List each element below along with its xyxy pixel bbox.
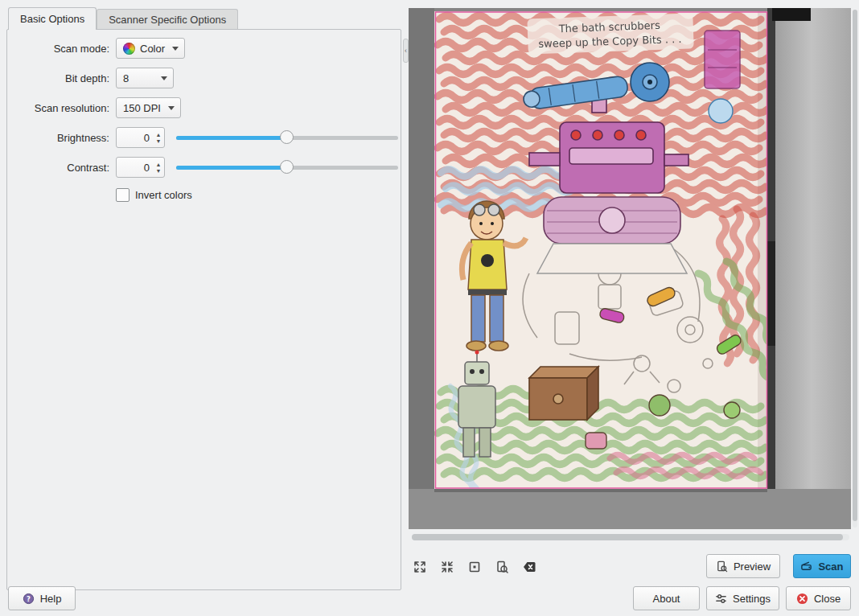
close-icon (796, 593, 808, 605)
chevron-down-icon (168, 106, 175, 110)
zoom-fit-best-icon[interactable] (466, 560, 482, 575)
options-tabbar: Basic Options Scanner Specific Options (8, 8, 238, 30)
preview-vertical-scrollbar[interactable] (853, 10, 857, 528)
brightness-row: Brightness: 0 ▲▼ (7, 127, 401, 148)
scan-mode-combobox[interactable]: Color (116, 38, 185, 59)
bit-depth-combobox[interactable]: 8 (116, 68, 174, 88)
bit-depth-label: Bit depth: (7, 72, 109, 84)
brightness-slider[interactable] (176, 127, 398, 148)
scan-resolution-label: Scan resolution: (7, 102, 109, 114)
invert-colors-label: Invert colors (135, 189, 192, 201)
basic-options-panel: Scan mode: Color Bit depth: 8 Scan resol… (6, 29, 401, 590)
chevron-down-icon (161, 76, 167, 80)
chevron-down-icon (172, 47, 179, 51)
help-icon: ? (23, 593, 35, 605)
scan-resolution-combobox[interactable]: 150 DPI (116, 97, 181, 118)
preview-horizontal-scrollbar[interactable] (412, 534, 849, 540)
scan-mode-value: Color (140, 43, 165, 55)
tab-scanner-specific-options[interactable]: Scanner Specific Options (97, 9, 238, 30)
contrast-row: Contrast: 0 ▲▼ (7, 157, 401, 178)
settings-sliders-icon (715, 593, 727, 605)
contrast-spinbox[interactable]: 0 ▲▼ (116, 157, 165, 178)
scan-mode-row: Scan mode: Color (7, 38, 401, 59)
scan-preview-area[interactable]: The bath scrubbers sweep up the Copy Bit… (409, 8, 851, 529)
brightness-label: Brightness: (7, 132, 109, 144)
svg-text:?: ? (27, 594, 31, 602)
slider-thumb[interactable] (280, 130, 294, 144)
scan-button[interactable]: Scan (793, 554, 851, 578)
document-zoom-icon[interactable] (494, 560, 509, 575)
slider-fill (176, 166, 287, 170)
preview-toolbar (412, 559, 536, 575)
spinbox-arrows[interactable]: ▲▼ (153, 158, 164, 177)
brightness-value: 0 (117, 128, 153, 147)
brightness-spinbox[interactable]: 0 ▲▼ (116, 127, 165, 148)
contrast-value: 0 (117, 158, 153, 177)
settings-button[interactable]: Settings (706, 586, 779, 610)
scanned-image[interactable]: The bath scrubbers sweep up the Copy Bit… (409, 8, 851, 529)
document-preview-icon (716, 561, 728, 573)
close-button[interactable]: Close (786, 586, 851, 610)
zoom-in-selection-icon[interactable] (412, 560, 427, 575)
about-button[interactable]: About (633, 586, 700, 610)
spinbox-arrows[interactable]: ▲▼ (153, 128, 164, 147)
invert-colors-row: Invert colors (116, 187, 401, 203)
clear-selections-icon[interactable] (521, 560, 536, 575)
splitter-handle[interactable]: ‹ (403, 39, 409, 63)
scan-resolution-value: 150 DPI (123, 102, 161, 114)
slider-thumb[interactable] (280, 160, 294, 174)
tab-basic-options[interactable]: Basic Options (8, 7, 97, 30)
zoom-out-selection-icon[interactable] (439, 560, 454, 575)
color-wheel-icon (123, 43, 135, 55)
help-button[interactable]: ? Help (8, 586, 76, 610)
scan-mode-label: Scan mode: (7, 43, 109, 55)
preview-button[interactable]: Preview (706, 554, 780, 578)
contrast-label: Contrast: (7, 162, 109, 174)
scanner-icon (800, 561, 812, 573)
bit-depth-row: Bit depth: 8 (7, 68, 401, 88)
scan-resolution-row: Scan resolution: 150 DPI (7, 97, 401, 118)
bit-depth-value: 8 (123, 72, 129, 84)
slider-fill (176, 136, 287, 140)
contrast-slider[interactable] (176, 157, 398, 178)
invert-colors-checkbox[interactable] (116, 188, 129, 202)
